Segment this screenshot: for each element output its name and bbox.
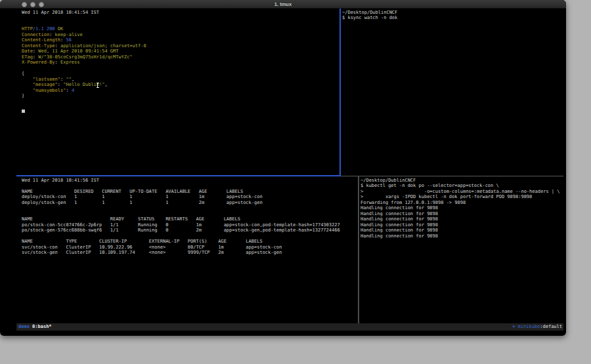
active-pane-border-horizontal[interactable] xyxy=(16,175,341,176)
terminal-line xyxy=(22,205,340,211)
terminal-window: 1. tmux Wed 11 Apr 2018 10:41:54 ISTHTTP… xyxy=(0,0,566,336)
tmux-status-bar[interactable]: demo 0:bash* ⎈ minikube:default xyxy=(16,323,563,331)
session-name: demo xyxy=(18,324,30,329)
terminal-line: ~/Desktop/DublinCNCF xyxy=(342,10,397,16)
kube-context: minikube xyxy=(518,324,540,329)
status-left: demo 0:bash* xyxy=(16,323,52,331)
window-title: 1. tmux xyxy=(0,0,566,9)
terminal-line: po/stock-gen-576cc688bb-swqf6 1/1 Runnin… xyxy=(22,228,340,233)
terminal-line: Wed 11 Apr 2018 10:41:54 IST xyxy=(22,10,146,16)
active-pane-border-vertical[interactable] xyxy=(339,9,341,176)
pane-port-forward-shell[interactable]: ~/Desktop/DublinCNCF$ kubectl get -n dok… xyxy=(361,178,559,239)
terminal-line: Handling connection for 9898 xyxy=(361,216,559,222)
pane-http-response[interactable]: Wed 11 Apr 2018 10:41:54 ISTHTTP/1.1 200… xyxy=(22,10,146,99)
terminal-line: X-Powered-By: Express xyxy=(22,60,146,66)
terminal-line: Handling connection for 9898 xyxy=(361,228,559,233)
terminal-line xyxy=(22,183,340,189)
terminal-line: $ ksync watch -n dok xyxy=(342,15,397,21)
terminal-line: Handling connection for 9898 xyxy=(361,211,559,217)
terminal-line: Wed 11 Apr 2018 10:41:56 IST xyxy=(22,178,340,184)
terminal-line: > xargs -IPOD kubectl -n dok port-forwar… xyxy=(361,194,559,200)
mouse-ibeam-cursor xyxy=(96,83,99,88)
pane-ksync-shell[interactable]: ~/Desktop/DublinCNCF$ ksync watch -n dok xyxy=(342,10,397,21)
status-right: ⎈ minikube:default xyxy=(512,323,563,331)
kube-namespace: :default xyxy=(540,324,562,329)
terminal-line: ~/Desktop/DublinCNCF xyxy=(361,178,559,184)
terminal-line: "message": "Hello Dublin!", xyxy=(22,82,146,88)
terminal-line: Content-Type: application/json; charset=… xyxy=(22,43,146,49)
pane-border-vertical[interactable] xyxy=(358,176,359,323)
window-titlebar[interactable]: 1. tmux xyxy=(0,0,566,9)
terminal-line: Handling connection for 9898 xyxy=(361,233,559,239)
terminal-line: Forwarding from 127.0.0.1:9898 -> 9898 xyxy=(361,200,559,206)
terminal-line: deploy/stock-con 1 1 1 1 1m app=stock-co… xyxy=(22,194,340,200)
terminal-line xyxy=(22,66,146,71)
terminal-line: $ kubectl get -n dok po --selector=app=s… xyxy=(361,183,559,189)
pane-kubectl-watch[interactable]: Wed 11 Apr 2018 10:41:56 ISTNAME DESIRED… xyxy=(22,178,340,256)
terminal-line: deploy/stock-gen 1 1 1 1 2m app=stock-ge… xyxy=(22,200,340,206)
terminal-line: Handling connection for 9898 xyxy=(361,205,559,211)
terminal-line: Content-Length: 56 xyxy=(22,37,146,43)
pane-border-horizontal[interactable] xyxy=(341,176,563,176)
terminal-line: > -o=custom-columns=:metadata.name --no-… xyxy=(361,189,559,195)
terminal-line: Connection: keep-alive xyxy=(22,32,146,38)
terminal-line: Handling connection for 9898 xyxy=(361,222,559,228)
terminal-line xyxy=(22,15,146,21)
terminal-line: svc/stock-gen ClusterIP 10.109.197.74 <n… xyxy=(22,250,340,256)
terminal-line: ETag: W/"38-05coCsrg3mQ75sHr1d/qcMTwYZc" xyxy=(22,54,146,60)
terminal-line: Date: Wed, 11 Apr 2018 09:41:54 GMT xyxy=(22,49,146,54)
terminal-line: svc/stock-con ClusterIP 10.99.222.96 <no… xyxy=(22,245,340,251)
terminal-line: NAME DESIRED CURRENT UP-TO-DATE AVAILABL… xyxy=(22,189,340,195)
terminal-line: po/stock-con-5cc874766c-2p6rp 1/1 Runnin… xyxy=(22,222,340,228)
terminal-block-cursor xyxy=(22,110,25,113)
terminal-line: "numsymbols": 4 xyxy=(22,88,146,94)
desktop-background: 1. tmux Wed 11 Apr 2018 10:41:54 ISTHTTP… xyxy=(0,0,591,364)
terminal-line: HTTP/1.1 200 OK xyxy=(22,26,146,32)
active-window-label[interactable]: 0:bash* xyxy=(32,324,52,329)
terminal-line xyxy=(22,21,146,27)
terminal-line: NAME TYPE CLUSTER-IP EXTERNAL-IP PORT(S)… xyxy=(22,239,340,245)
terminal-line: } xyxy=(22,93,146,99)
terminal-line xyxy=(22,233,340,239)
terminal-line: { xyxy=(22,71,146,77)
terminal-line xyxy=(22,211,340,217)
terminal-line: NAME READY STATUS RESTARTS AGE LABELS xyxy=(22,216,340,222)
terminal-line: "lastseen": "", xyxy=(22,77,146,83)
